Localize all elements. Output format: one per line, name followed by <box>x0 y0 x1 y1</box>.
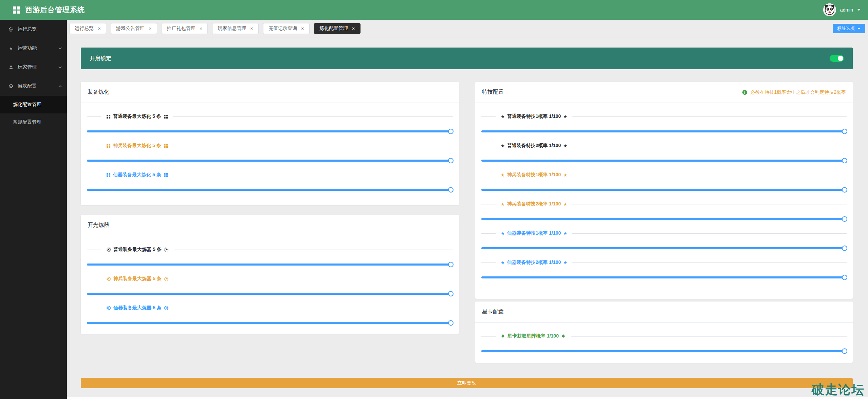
lock-toggle-switch[interactable] <box>830 55 844 62</box>
slider-handle[interactable] <box>842 348 847 354</box>
slider-fill <box>87 130 453 132</box>
grid-icon <box>106 114 111 119</box>
slider[interactable] <box>481 246 847 251</box>
tab-游戏公告管理[interactable]: 游戏公告管理× <box>111 23 157 34</box>
row-divider: ★普通装备特技2概率 1/100★ <box>481 143 847 148</box>
slider-handle[interactable] <box>842 216 847 222</box>
special-skill-note: 必须在特技1概率命中之后才会判定特技2概率 <box>742 89 846 95</box>
slider-handle[interactable] <box>448 320 454 326</box>
slider-fill <box>87 264 453 266</box>
slider[interactable] <box>481 158 847 163</box>
panel-title: 星卡配置 <box>482 308 504 315</box>
slider[interactable] <box>87 291 453 296</box>
tab-label: 推广礼包管理 <box>167 25 196 32</box>
slider[interactable] <box>481 275 847 280</box>
slider-handle[interactable] <box>842 246 847 251</box>
slider-row-label-text: 仙器装备最大炼器 5 条 <box>113 305 162 311</box>
sidebar-item-2[interactable]: ★运营功能 <box>0 39 67 58</box>
grid-icon <box>164 114 168 119</box>
slider-handle[interactable] <box>842 187 847 193</box>
slider[interactable] <box>481 216 847 222</box>
row-divider: 普通装备最大炼器 5 条 <box>87 247 453 252</box>
slider-handle[interactable] <box>448 158 454 163</box>
star-icon: ★ <box>563 231 567 236</box>
sidebar-subitem[interactable]: 常规配置管理 <box>0 113 67 131</box>
sidebar-item-3[interactable]: 玩家管理 <box>0 58 67 77</box>
slider-handle[interactable] <box>842 275 847 280</box>
gear-icon <box>164 276 169 281</box>
slider[interactable] <box>87 187 453 193</box>
slider[interactable] <box>87 320 453 326</box>
app-header: 西游后台管理系统 admin <box>0 0 868 20</box>
slider-row-label: 普通装备最大炼化 5 条 <box>101 113 173 120</box>
tab-label: 玩家信息管理 <box>218 25 246 32</box>
slider-row-label: 星卡获取星阵概率 1/100 <box>496 333 571 339</box>
slider-row-label: 普通装备最大炼器 5 条 <box>101 247 174 253</box>
slider-handle[interactable] <box>448 129 454 134</box>
slider-handle[interactable] <box>448 291 454 296</box>
chevron-up-icon <box>58 84 62 88</box>
panda-avatar-image <box>823 3 836 16</box>
app-logo-grid-icon <box>13 6 20 13</box>
tab-label: 游戏公告管理 <box>116 25 145 32</box>
tab-label: 充值记录查询 <box>269 25 297 32</box>
user-name[interactable]: admin <box>840 7 853 13</box>
slider[interactable] <box>87 158 453 163</box>
tab-充值记录查询[interactable]: 充值记录查询× <box>263 23 310 34</box>
tab-close-icon[interactable]: × <box>98 26 101 31</box>
slider[interactable] <box>481 348 847 354</box>
tab-close-icon[interactable]: × <box>250 26 253 31</box>
user-avatar[interactable] <box>823 3 836 16</box>
slider[interactable] <box>481 129 847 134</box>
slider-row-label-text: 普通装备特技2概率 1/100 <box>507 143 561 149</box>
row-divider: ★神兵装备特技2概率 1/100★ <box>481 201 847 207</box>
slider-handle[interactable] <box>842 158 847 163</box>
row-divider: ★神兵装备特技1概率 1/100★ <box>481 172 847 178</box>
tab-options-button[interactable]: 标签选项 <box>833 24 865 33</box>
slider[interactable] <box>87 129 453 134</box>
chevron-down-icon <box>857 26 861 30</box>
panel-title: 开光炼器 <box>88 222 109 229</box>
sidebar-item-1[interactable]: 运行总览 <box>0 20 67 39</box>
gear-icon <box>106 276 111 281</box>
slider-fill <box>481 189 847 191</box>
sidebar-submenu: 炼化配置管理常规配置管理 <box>0 96 67 131</box>
slider-fill <box>481 160 847 162</box>
slider-row-label-text: 仙器装备特技1概率 1/100 <box>507 230 561 236</box>
lock-toggle-label: 开启锁定 <box>90 55 111 62</box>
grid-icon <box>164 173 168 177</box>
sidebar-subitem[interactable]: 炼化配置管理 <box>0 96 67 113</box>
bell-icon <box>561 334 566 339</box>
slider-row-label-text: 普通装备最大炼器 5 条 <box>113 247 162 253</box>
panel-star-card: 星卡配置 星卡获取星阵概率 1/100 <box>475 302 853 363</box>
row-divider: ★普通装备特技1概率 1/100★ <box>481 114 847 119</box>
sidebar-item-label: 玩家管理 <box>18 64 58 70</box>
slider-handle[interactable] <box>842 129 847 134</box>
tab-close-icon[interactable]: × <box>149 26 152 31</box>
slider-fill <box>481 350 847 352</box>
app-title: 西游后台管理系统 <box>25 5 85 15</box>
slider[interactable] <box>481 187 847 193</box>
sidebar-item-4[interactable]: 游戏配置 <box>0 77 67 96</box>
submit-button[interactable]: 立即更改 <box>81 378 853 388</box>
slider-handle[interactable] <box>448 187 454 193</box>
slider-row-label: 神兵装备最大炼器 5 条 <box>101 276 174 282</box>
user-menu[interactable]: admin <box>823 3 861 16</box>
slider[interactable] <box>87 262 453 267</box>
slider-row-label: 仙器装备最大炼器 5 条 <box>101 305 174 311</box>
slider-fill <box>481 276 847 278</box>
tab-options-label: 标签选项 <box>837 25 855 32</box>
tab-close-icon[interactable]: × <box>301 26 304 31</box>
slider-row-label-text: 仙器装备特技2概率 1/100 <box>507 259 561 266</box>
tab-推广礼包管理[interactable]: 推广礼包管理× <box>162 23 208 34</box>
slider-row-label: 神兵装备最大炼化 5 条 <box>101 143 173 149</box>
slider-row-label-text: 神兵装备特技1概率 1/100 <box>507 172 561 178</box>
tab-玩家信息管理[interactable]: 玩家信息管理× <box>212 23 259 34</box>
sidebar-item-label: 运行总览 <box>18 26 62 32</box>
tab-运行总览[interactable]: 运行总览× <box>69 23 106 34</box>
info-icon <box>742 90 747 95</box>
slider-handle[interactable] <box>448 262 454 267</box>
tab-close-icon[interactable]: × <box>200 26 203 31</box>
tab-炼化配置管理[interactable]: 炼化配置管理× <box>314 23 361 34</box>
tab-close-icon[interactable]: × <box>352 26 355 31</box>
